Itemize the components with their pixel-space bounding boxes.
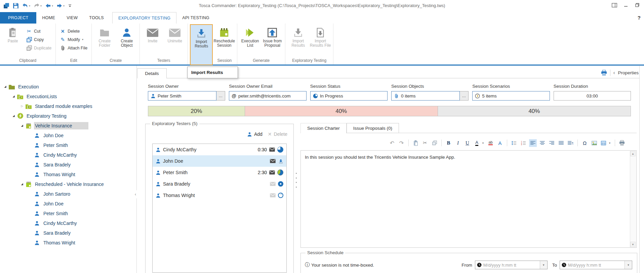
- tab-details[interactable]: Details: [137, 68, 167, 78]
- bold-button[interactable]: B: [445, 139, 452, 147]
- create-folder-button[interactable]: Create Folder: [94, 24, 115, 56]
- scroll-down-icon[interactable]: ▼: [630, 242, 636, 247]
- chevron-down-icon[interactable]: ▼: [625, 261, 632, 269]
- font-color-button[interactable]: A: [473, 139, 481, 147]
- tester-row-cindy-mccarthy[interactable]: Cindy McCarthy0:30: [153, 144, 286, 155]
- tester-row-john-doe[interactable]: John Doe: [153, 155, 286, 167]
- print-icon[interactable]: [601, 70, 607, 76]
- session-scenarios-input[interactable]: 5 items: [472, 91, 550, 101]
- copy-button[interactable]: [431, 139, 438, 147]
- pie-progress-icon[interactable]: [277, 147, 283, 153]
- tree-item-john-doe[interactable]: John Doe: [0, 199, 136, 208]
- tree-item-thomas-wright[interactable]: Thomas Wright: [0, 169, 136, 179]
- copy-button[interactable]: Copy: [24, 35, 53, 44]
- import-results-button[interactable]: Import Results: [287, 24, 309, 56]
- execution-list-button[interactable]: Execution List: [239, 24, 261, 56]
- tree-item-thomas-wright[interactable]: Thomas Wright: [0, 238, 136, 247]
- collapse-arrow-icon[interactable]: ◢: [3, 85, 8, 88]
- tab-session-charter[interactable]: Session Charter: [300, 123, 347, 133]
- tree-item-john-sartoro[interactable]: John Sartoro: [0, 189, 136, 199]
- envelope-icon[interactable]: [270, 182, 276, 186]
- import-results-file-button[interactable]: Import Results File: [310, 24, 331, 56]
- tree-item-rescheduled-vehicle-insurance[interactable]: ◢Rescheduled - Vehicle Insurance: [0, 179, 136, 189]
- tree-item-standard-module-examples[interactable]: ▷Standard module examples: [0, 101, 136, 111]
- session-status-input[interactable]: In Progress: [310, 91, 388, 101]
- from-datetime-input[interactable]: M/d/yyyy h:mm tt ▼: [475, 261, 548, 269]
- chevron-down-icon[interactable]: ▾: [482, 142, 485, 145]
- layout-button[interactable]: [612, 3, 617, 7]
- tester-row-peter-smith[interactable]: Peter Smith2:30: [153, 167, 286, 178]
- session-duration-input[interactable]: 03:00: [554, 91, 631, 101]
- collapse-arrow-icon[interactable]: ◢: [19, 183, 25, 186]
- modify-button[interactable]: ✎Modify▾: [58, 35, 89, 44]
- tab-api-testing[interactable]: API TESTING: [176, 12, 215, 24]
- attach-file-button[interactable]: Attach File: [58, 44, 89, 52]
- import-results-button[interactable]: Import Results: [190, 24, 213, 65]
- issue-from-proposal-button[interactable]: Issue from Proposal: [261, 24, 283, 56]
- editor-scrollbar[interactable]: ▲ ▼: [630, 151, 636, 247]
- to-datetime-input[interactable]: M/d/yyyy h:mm tt ▼: [560, 261, 632, 269]
- redo-button[interactable]: ↷: [398, 139, 405, 147]
- panel-splitter-handle[interactable]: [295, 173, 297, 188]
- omega-button[interactable]: Ω: [581, 139, 589, 147]
- tree-item-sara-bradely[interactable]: Sara Bradely: [0, 160, 136, 169]
- tester-row-sara-bradely[interactable]: Sara Bradely: [153, 178, 286, 190]
- expand-arrow-icon[interactable]: ▷: [19, 105, 25, 108]
- chevron-down-icon[interactable]: ▼: [540, 261, 547, 269]
- numbered-list-button[interactable]: 123: [520, 139, 527, 147]
- tree-item-peter-smith[interactable]: Peter Smith: [0, 208, 136, 218]
- tab-view[interactable]: VIEW: [61, 12, 83, 24]
- tree-item-cindy-mccarthy[interactable]: Cindy McCarthy: [0, 218, 136, 228]
- circle-dot-icon[interactable]: [278, 181, 283, 187]
- envelope-icon[interactable]: [269, 170, 275, 174]
- properties-button[interactable]: Properties: [618, 70, 639, 75]
- create-object-button[interactable]: Create Object: [116, 24, 137, 56]
- highlight-button[interactable]: ab: [487, 139, 494, 147]
- invite-button[interactable]: Invite: [142, 24, 163, 56]
- session-owner-email-input[interactable]: @peter.smith@tricentis.com: [229, 91, 306, 101]
- print-button[interactable]: [618, 139, 626, 147]
- tree-item-executionlists[interactable]: ◢ExecutionLists: [0, 91, 136, 101]
- scroll-up-icon[interactable]: ▲: [630, 151, 636, 156]
- align-left-button[interactable]: [529, 139, 537, 147]
- italic-button[interactable]: I: [454, 139, 462, 147]
- tab-tools[interactable]: TOOLS: [83, 12, 110, 24]
- tree-item-peter-smith[interactable]: Peter Smith: [0, 140, 136, 150]
- chevron-down-icon[interactable]: ▾: [609, 142, 612, 145]
- session-charter-editor[interactable]: In this session you should test the Tric…: [300, 150, 637, 248]
- tree-item-execution[interactable]: ◢Execution: [0, 82, 136, 91]
- more-options-button[interactable]: …: [216, 91, 225, 101]
- tree-item-exploratory-testing[interactable]: ◢Exploratory Testing: [0, 111, 136, 121]
- paste-button[interactable]: [412, 139, 419, 147]
- uninvite-button[interactable]: Uninvite: [164, 24, 186, 56]
- chevron-left-icon[interactable]: ‹: [613, 70, 615, 75]
- tree-item-cindy-mccarthy[interactable]: Cindy McCarthy: [0, 150, 136, 160]
- bullet-list-button[interactable]: [510, 139, 518, 147]
- chevron-down-icon[interactable]: ▾: [82, 38, 83, 41]
- collapse-arrow-icon[interactable]: ◢: [11, 95, 16, 98]
- align-center-button[interactable]: [538, 139, 546, 147]
- envelope-icon[interactable]: [270, 159, 276, 163]
- paste-button[interactable]: Paste: [2, 24, 24, 56]
- pie-mixed-icon[interactable]: [277, 169, 283, 176]
- underline-button[interactable]: U: [464, 139, 471, 147]
- more-options-button[interactable]: …: [460, 91, 469, 101]
- delete-tester-button[interactable]: ✕ Delete: [268, 131, 287, 137]
- justify-button[interactable]: [557, 139, 565, 147]
- session-owner-input[interactable]: Peter Smith: [148, 91, 216, 101]
- maximize-button[interactable]: [635, 3, 640, 7]
- envelope-icon[interactable]: [270, 193, 276, 197]
- duplicate-button[interactable]: Duplicate: [24, 44, 53, 52]
- paragraph-button[interactable]: ¶: [567, 139, 574, 147]
- tab-home[interactable]: HOME: [36, 12, 61, 24]
- table-button[interactable]: [600, 139, 607, 147]
- clock-outline-icon[interactable]: [278, 193, 283, 198]
- tree-item-john-doe[interactable]: John Doe: [0, 130, 136, 140]
- help-button[interactable]: ?: [638, 15, 641, 21]
- cut-button[interactable]: ✂: [421, 139, 429, 147]
- tab-issue-proposals-0-[interactable]: Issue Proposals (0): [347, 123, 399, 133]
- envelope-icon[interactable]: [269, 148, 275, 152]
- collapse-arrow-icon[interactable]: ◢: [19, 124, 25, 127]
- collapse-arrow-icon[interactable]: ◢: [11, 114, 16, 117]
- delete-button[interactable]: ✕Delete: [58, 27, 89, 35]
